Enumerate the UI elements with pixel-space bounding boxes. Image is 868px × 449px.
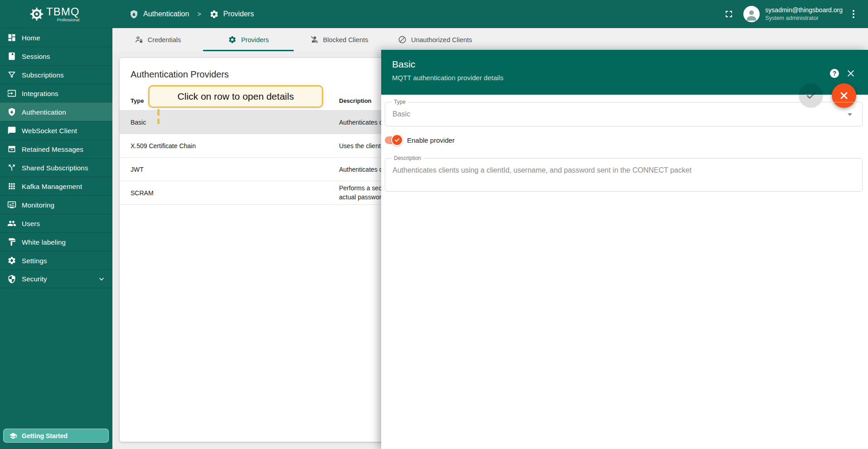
kebab-menu-icon[interactable]: [851, 8, 856, 20]
breadcrumb-authentication[interactable]: Authentication: [129, 10, 189, 19]
toggle-thumb: [391, 134, 403, 146]
sidebar-item-white-labeling[interactable]: White labeling: [0, 232, 112, 251]
apps-grid-icon: [7, 182, 16, 191]
sidebar: TBMQ Professional Home Sessions Subscrip…: [0, 0, 112, 449]
sidebar-item-sessions[interactable]: Sessions: [0, 47, 112, 65]
sidebar-item-home[interactable]: Home: [0, 28, 112, 47]
sidebar-item-shared-subscriptions[interactable]: Shared Subscriptions: [0, 158, 112, 177]
getting-started-button[interactable]: Getting Started: [3, 429, 109, 443]
row-hint-tooltip: Click on row to open details: [148, 85, 323, 108]
gear-icon: [209, 10, 219, 19]
type-value: Basic: [385, 110, 410, 118]
tab-providers[interactable]: Providers: [203, 28, 294, 51]
sidebar-item-security[interactable]: Security: [0, 270, 112, 288]
topbar: Authentication > Providers sysadmin@thin…: [112, 0, 868, 28]
tab-blocked-clients[interactable]: Blocked Clients: [294, 28, 384, 51]
sidebar-item-kafka-management[interactable]: Kafka Management: [0, 177, 112, 195]
shield-lock-icon: [129, 10, 139, 19]
type-label: Type: [392, 99, 408, 105]
sidebar-item-retained-messages[interactable]: Retained Messages: [0, 140, 112, 158]
shield-lock-icon: [7, 107, 16, 116]
help-icon[interactable]: ?: [830, 69, 839, 78]
toggle-switch[interactable]: [385, 136, 400, 144]
description-field[interactable]: Description Authenticates clients using …: [385, 158, 863, 192]
tbmq-logo-icon: [29, 6, 44, 22]
drawer-header: Basic MQTT authentication provider detai…: [381, 50, 868, 95]
archive-icon: [7, 145, 16, 154]
gear-icon: [228, 35, 237, 44]
drawer-title: Basic: [392, 59, 868, 70]
block-icon: [398, 35, 407, 44]
school-icon: [9, 432, 17, 440]
user-email: sysadmin@thingsboard.org: [765, 6, 843, 14]
breadcrumb-providers[interactable]: Providers: [209, 10, 254, 19]
avatar[interactable]: [743, 6, 760, 22]
sidebar-item-monitoring[interactable]: Monitoring: [0, 195, 112, 214]
tooltip-pointer: [157, 109, 160, 124]
sidebar-item-subscriptions[interactable]: Subscriptions: [0, 65, 112, 84]
tab-bar: Credentials Providers Blocked Clients Un…: [112, 28, 868, 51]
breadcrumb-separator: >: [197, 10, 201, 18]
close-icon[interactable]: [846, 69, 855, 78]
tab-unauthorized-clients[interactable]: Unauthorized Clients: [384, 28, 486, 51]
sidebar-menu: Home Sessions Subscriptions Integrations…: [0, 28, 112, 288]
call-split-icon: [7, 163, 16, 172]
gear-icon: [7, 256, 16, 265]
brand-logo[interactable]: TBMQ Professional: [0, 0, 112, 28]
person-lock-icon: [135, 35, 143, 44]
chevron-down-icon[interactable]: [98, 275, 105, 283]
enable-provider-toggle-row[interactable]: Enable provider: [385, 136, 455, 144]
dropdown-arrow-icon: [848, 113, 852, 116]
enable-provider-label: Enable provider: [407, 136, 455, 144]
monitor-icon: [7, 200, 16, 209]
user-info[interactable]: sysadmin@thingsboard.org System administ…: [765, 6, 843, 21]
drawer-subtitle: MQTT authentication provider details: [392, 74, 868, 82]
sidebar-item-websocket-client[interactable]: WebSocket Client: [0, 121, 112, 140]
shield-icon: [7, 275, 16, 284]
sidebar-item-authentication[interactable]: Authentication: [0, 102, 112, 121]
brand-name: TBMQ: [46, 6, 79, 17]
details-drawer: Basic MQTT authentication provider detai…: [381, 50, 868, 449]
dashboard-icon: [7, 33, 16, 42]
fullscreen-icon[interactable]: [723, 9, 734, 19]
sidebar-item-users[interactable]: Users: [0, 214, 112, 232]
book-icon: [7, 52, 16, 61]
sidebar-item-integrations[interactable]: Integrations: [0, 84, 112, 102]
type-select[interactable]: Type Basic: [385, 102, 863, 126]
description-label: Description: [392, 155, 423, 161]
description-value: Authenticates clients using a clientId, …: [385, 159, 862, 174]
brand-edition: Professional: [57, 18, 80, 22]
sidebar-item-settings[interactable]: Settings: [0, 251, 112, 270]
paint-icon: [7, 237, 16, 246]
user-role: System administrator: [765, 15, 843, 21]
input-icon: [7, 89, 16, 98]
filter-icon: [7, 70, 16, 79]
breadcrumb: Authentication > Providers: [129, 10, 254, 19]
person-off-icon: [310, 35, 319, 44]
tab-credentials[interactable]: Credentials: [112, 28, 203, 51]
chat-icon: [7, 126, 16, 135]
group-icon: [7, 219, 16, 228]
